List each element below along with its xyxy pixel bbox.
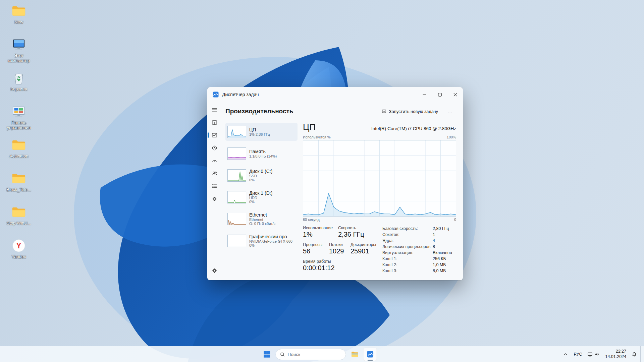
nav-details[interactable]	[209, 181, 220, 191]
desktop-icon-label: Block_Tele...	[6, 187, 31, 192]
tray-overflow-button[interactable]	[561, 348, 570, 360]
perf-item-sub: HDD	[249, 196, 272, 200]
desktop-icon-label: Корзина	[10, 87, 27, 92]
cpu-details-column: Базовая скорость:2,80 ГГц Сокетов:1 Ядра…	[381, 226, 456, 274]
desktop-icon-block-telemetry[interactable]: Block_Tele...	[3, 171, 35, 200]
file-explorer-icon	[351, 350, 359, 358]
control-panel-icon	[11, 104, 26, 119]
recycle-bin-icon	[11, 70, 26, 86]
content-area: Производительность Запустить новую задач…	[221, 102, 463, 280]
nav-rail	[207, 102, 221, 280]
search-input[interactable]	[288, 352, 347, 357]
nav-performance[interactable]	[209, 130, 220, 140]
desktop-icon-label: Этот компьютер	[3, 53, 34, 63]
minimize-button[interactable]	[417, 87, 432, 102]
start-button[interactable]	[260, 348, 274, 361]
gauge-icon	[211, 158, 218, 164]
hamburger-icon	[211, 107, 218, 113]
show-desktop-button[interactable]	[640, 346, 642, 362]
detail-row: Сокетов:1	[382, 232, 456, 238]
volume-icon	[594, 352, 600, 357]
perf-item-ethernet[interactable]: Ethernet Ethernet О: 0 П: 0 кбит/с	[225, 210, 298, 228]
uptime-value: 0:00:01:12	[303, 264, 381, 272]
more-options-button[interactable]: …	[444, 107, 456, 116]
cpu-detail-pane: ЦП Intel(R) Core(TM) i7 CPU 860 @ 2.80GH…	[298, 121, 456, 280]
desktop-icon-new-folder[interactable]: New	[3, 3, 35, 32]
perf-item-cpu[interactable]: ЦП 1% 2,36 ГГц	[225, 123, 298, 141]
perf-item-disk0[interactable]: Диск 0 (C:) SSD 0%	[225, 166, 298, 184]
performance-main: ЦП 1% 2,36 ГГц Память	[225, 121, 456, 280]
maximize-button[interactable]	[432, 87, 447, 102]
nav-app-history[interactable]	[209, 142, 220, 153]
chart-series-label: Используется %	[303, 135, 331, 139]
desktop-icon-label: Панель управления	[3, 120, 34, 130]
folder-icon	[11, 171, 26, 186]
folder-icon	[11, 137, 26, 153]
perf-item-sub2: 0%	[249, 243, 292, 247]
search-icon	[280, 352, 285, 357]
perf-item-name: Графический про	[249, 234, 292, 239]
desktop-icon-label: New	[14, 20, 23, 25]
nav-startup-apps[interactable]	[209, 155, 220, 166]
taskbar-search[interactable]	[276, 349, 346, 360]
cpu-heading: ЦП	[303, 122, 316, 132]
detail-row: Ядра:4	[382, 238, 456, 244]
perf-item-sub2: 0%	[249, 200, 272, 204]
language-indicator[interactable]: РУС	[572, 352, 584, 357]
desktop-icon-label: Activation	[9, 154, 28, 159]
network-volume-button[interactable]	[585, 348, 602, 360]
run-new-task-button[interactable]: Запустить новую задачу	[378, 107, 441, 116]
desktop-icon-activation[interactable]: Activation	[3, 137, 35, 166]
uptime-label: Время работы	[303, 259, 381, 264]
nav-menu-button[interactable]	[209, 104, 220, 115]
perf-item-sub: 1% 2,36 ГГц	[249, 132, 270, 136]
perf-item-gpu[interactable]: Графический про NVIDIA GeForce GTX 660 0…	[225, 232, 298, 250]
task-manager-window: Диспетчер задач	[207, 87, 463, 280]
usage-value: 1%	[303, 231, 338, 238]
nav-processes[interactable]	[209, 117, 220, 128]
gpu-mini-chart	[227, 235, 246, 247]
processes-label: Процессы	[303, 242, 329, 247]
taskbar: РУС 22:27 14.01.2024	[0, 346, 644, 362]
task-manager-taskbar-button[interactable]	[364, 348, 377, 361]
detail-row: Кэш L2:1,0 МБ	[382, 262, 456, 268]
detail-row: Базовая скорость:2,80 ГГц	[382, 226, 456, 232]
close-button[interactable]	[447, 87, 463, 102]
desktop-icon-label: Stop WinU...	[7, 221, 31, 226]
desktop-icon-grid: New Этот компьютер Корзина Панел	[3, 3, 35, 267]
caption-buttons	[417, 87, 463, 102]
desktop-icon-stop-winupdate[interactable]: Stop WinU...	[3, 204, 35, 233]
perf-item-disk1[interactable]: Диск 1 (D:) HDD 0%	[225, 188, 298, 206]
perf-item-memory[interactable]: Память 1,1/8,0 ГБ (14%)	[225, 144, 298, 163]
folder-icon	[11, 204, 26, 220]
perf-item-sub: 1,1/8,0 ГБ (14%)	[249, 154, 277, 158]
details-list-icon	[211, 183, 218, 189]
notification-bell-icon	[632, 352, 637, 357]
page-header: Производительность Запустить новую задач…	[225, 102, 456, 121]
detail-row: Кэш L1:256 КБ	[382, 256, 456, 262]
header-actions: Запустить новую задачу …	[378, 107, 456, 116]
clock[interactable]: 22:27 14.01.2024	[603, 349, 628, 359]
nav-users[interactable]	[209, 168, 220, 179]
desktop-icon-control-panel[interactable]: Панель управления	[3, 104, 35, 133]
desktop-icon-label: Yandex	[11, 254, 26, 259]
desktop-icon-this-pc[interactable]: Этот компьютер	[3, 37, 35, 66]
cpu-chart	[303, 140, 456, 217]
notification-center-button[interactable]	[630, 348, 639, 360]
detail-row: Логических процессоров:8	[382, 244, 456, 250]
desktop-icon-yandex[interactable]: Y Yandex	[3, 238, 35, 267]
maximize-icon	[438, 93, 442, 97]
desktop-icon-recycle-bin[interactable]: Корзина	[3, 70, 35, 99]
memory-mini-chart	[227, 147, 246, 160]
performance-list: ЦП 1% 2,36 ГГц Память	[225, 121, 298, 280]
perf-item-name: ЦП	[249, 127, 270, 132]
speed-label: Скорость	[338, 226, 381, 230]
nav-services[interactable]	[209, 193, 220, 204]
handles-label: Дескрипторы	[351, 242, 381, 247]
settings-gear-icon	[211, 267, 218, 274]
detail-row: Кэш L3:8,0 МБ	[382, 268, 456, 274]
window-titlebar[interactable]: Диспетчер задач	[207, 87, 463, 102]
nav-settings[interactable]	[209, 265, 220, 276]
file-explorer-button[interactable]	[348, 348, 362, 361]
svg-text:Y: Y	[16, 241, 21, 250]
